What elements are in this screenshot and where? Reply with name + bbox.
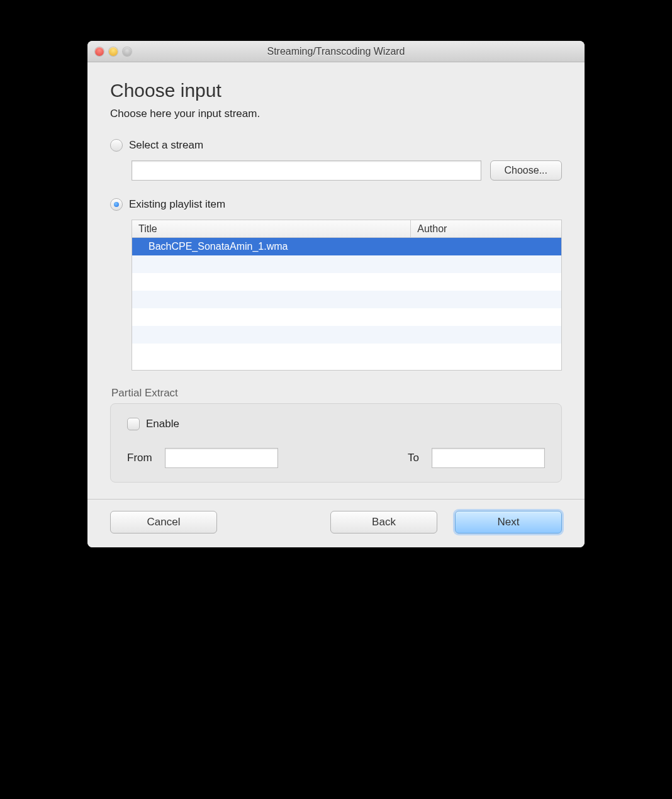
group-label-partial-extract: Partial Extract <box>111 387 562 400</box>
to-label: To <box>408 452 419 464</box>
content-area: Choose input Choose here your input stre… <box>87 62 585 483</box>
to-input[interactable] <box>432 448 545 468</box>
window-title: Streaming/Transcoding Wizard <box>87 46 585 57</box>
stream-row: Choose... <box>132 160 562 181</box>
back-button[interactable]: Back <box>330 511 437 534</box>
radio-icon[interactable] <box>110 139 123 152</box>
column-author[interactable]: Author <box>411 220 561 237</box>
table-header: Title Author <box>132 220 561 238</box>
table-body: BachCPE_SonataAmin_1.wma <box>132 238 561 361</box>
playlist-table: Title Author BachCPE_SonataAmin_1.wma <box>132 220 562 371</box>
table-row[interactable] <box>132 326 561 344</box>
partial-extract-group: Enable From To <box>110 403 562 483</box>
table-row[interactable] <box>132 291 561 308</box>
table-row[interactable] <box>132 273 561 291</box>
footer: Cancel Back Next <box>87 499 585 547</box>
choose-button[interactable]: Choose... <box>490 160 562 181</box>
from-input[interactable] <box>165 448 278 468</box>
column-title[interactable]: Title <box>132 220 411 237</box>
range-row: From To <box>127 448 545 468</box>
table-row[interactable] <box>132 255 561 273</box>
titlebar: Streaming/Transcoding Wizard <box>87 41 585 62</box>
table-row[interactable] <box>132 308 561 326</box>
page-subtext: Choose here your input stream. <box>110 108 562 120</box>
enable-label: Enable <box>146 418 179 430</box>
table-row[interactable] <box>132 344 561 361</box>
enable-checkbox[interactable] <box>127 418 140 430</box>
radio-label: Existing playlist item <box>129 198 225 211</box>
page-heading: Choose input <box>110 80 562 101</box>
next-button[interactable]: Next <box>455 511 562 534</box>
wizard-window: Streaming/Transcoding Wizard Choose inpu… <box>87 41 585 547</box>
radio-existing-playlist[interactable]: Existing playlist item <box>110 198 562 211</box>
radio-icon[interactable] <box>110 198 123 211</box>
stream-input[interactable] <box>132 160 481 181</box>
cancel-button[interactable]: Cancel <box>110 511 217 534</box>
enable-row[interactable]: Enable <box>127 418 545 430</box>
radio-label: Select a stream <box>129 139 203 152</box>
cell-title: BachCPE_SonataAmin_1.wma <box>132 241 288 252</box>
radio-select-stream[interactable]: Select a stream <box>110 139 562 152</box>
table-row[interactable]: BachCPE_SonataAmin_1.wma <box>132 238 561 255</box>
from-label: From <box>127 452 152 464</box>
